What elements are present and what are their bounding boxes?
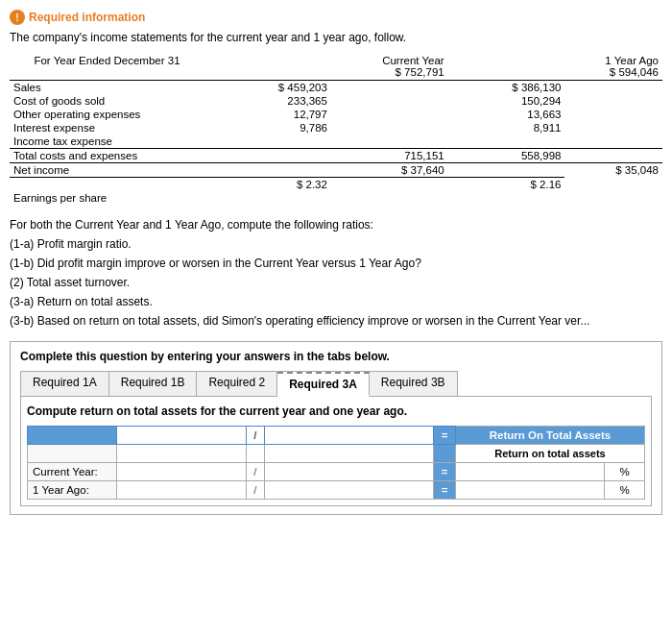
info-icon: ! xyxy=(10,10,25,25)
current-year-denominator[interactable] xyxy=(264,463,433,481)
result-subheader: Return on total assets xyxy=(455,445,644,463)
one-year-ago-pct: % xyxy=(605,481,645,500)
current-year-equals: = xyxy=(434,463,456,481)
blank-subheader xyxy=(28,445,117,463)
one-year-ago-denominator[interactable] xyxy=(264,481,433,500)
questions-section: For both the Current Year and 1 Year Ago… xyxy=(10,216,662,330)
tab-required-1b[interactable]: Required 1B xyxy=(109,372,198,396)
current-year-row: Current Year: / = % xyxy=(28,463,645,481)
one-year-ago-denominator-input[interactable] xyxy=(270,484,428,496)
current-year-numerator[interactable] xyxy=(117,463,247,481)
one-year-ago-numerator[interactable] xyxy=(117,481,247,500)
question-2: (2) Total asset turnover. xyxy=(10,274,662,291)
intro-text: The company's income statements for the … xyxy=(10,31,662,44)
one-year-ago-result[interactable] xyxy=(455,481,605,500)
current-year-numerator-input[interactable] xyxy=(122,466,241,477)
one-year-ago-slash: / xyxy=(247,481,265,500)
one-year-ago-numerator-input[interactable] xyxy=(122,484,241,496)
income-statement-table: For Year Ended December 31 Current Year … xyxy=(10,54,662,205)
tab-required-3b[interactable]: Required 3B xyxy=(370,372,457,396)
table-row: Total costs and expenses 715,151 558,998 xyxy=(10,149,662,163)
current-year-pct: % xyxy=(605,463,645,481)
table-row: Income tax expense xyxy=(10,135,662,149)
current-year-denominator-input[interactable] xyxy=(270,466,428,477)
blank-header xyxy=(28,427,117,445)
numerator-header: Numerator: xyxy=(117,427,247,445)
table-row: Other operating expenses 12,797 13,663 xyxy=(10,108,662,121)
col-cy-header: Current Year $ 752,791 xyxy=(204,54,448,81)
one-year-ago-row: 1 Year Ago: / = % xyxy=(28,481,645,500)
complete-instruction: Complete this question by entering your … xyxy=(20,350,652,363)
col-ya-header: 1 Year Ago $ 594,046 xyxy=(448,54,662,81)
current-year-result[interactable] xyxy=(455,463,605,481)
current-year-result-input[interactable] xyxy=(461,466,600,477)
tab-required-1a[interactable]: Required 1A xyxy=(21,372,109,396)
slash-subheader xyxy=(247,445,265,463)
result-header: Return On Total Assets xyxy=(455,427,644,445)
denominator-header: Denominator: xyxy=(264,427,433,445)
return-on-assets-table: Numerator: / Denominator: = Return On To… xyxy=(27,426,645,500)
table-row: Net income $ 37,640 $ 35,048 xyxy=(10,163,662,178)
question-intro: For both the Current Year and 1 Year Ago… xyxy=(10,216,662,233)
col-label-header: For Year Ended December 31 xyxy=(10,54,204,81)
complete-box: Complete this question by entering your … xyxy=(10,341,662,515)
num-subheader xyxy=(117,445,247,463)
tab-content-area: Compute return on total assets for the c… xyxy=(20,396,652,506)
compute-text: Compute return on total assets for the c… xyxy=(27,404,645,418)
question-3b: (3-b) Based on return on total assets, d… xyxy=(10,312,662,330)
current-year-slash: / xyxy=(247,463,265,481)
table-row: Net income $ 2.32 $ 2.16 xyxy=(10,178,662,192)
table-row: Cost of goods sold 233,365 150,294 xyxy=(10,94,662,108)
required-info-badge: ! Required information xyxy=(10,10,145,25)
question-1a: (1-a) Profit margin ratio. xyxy=(10,235,662,253)
table-row: Earnings per share xyxy=(10,191,662,205)
one-year-ago-label: 1 Year Ago: xyxy=(28,481,117,500)
question-3a: (3-a) Return on total assets. xyxy=(10,293,662,310)
denom-subheader xyxy=(264,445,433,463)
tab-required-2[interactable]: Required 2 xyxy=(197,372,277,396)
table-row: Sales $ 459,203 $ 386,130 xyxy=(10,81,662,95)
tabs-row: Required 1A Required 1B Required 2 Requi… xyxy=(20,371,458,396)
slash-header: / xyxy=(247,427,265,445)
eq-subheader xyxy=(434,445,456,463)
question-1b: (1-b) Did profit margin improve or worse… xyxy=(10,255,662,272)
one-year-ago-equals: = xyxy=(434,481,456,500)
table-row: Interest expense 9,786 8,911 xyxy=(10,121,662,135)
current-year-label: Current Year: xyxy=(28,463,117,481)
equals-header: = xyxy=(434,427,456,445)
one-year-ago-result-input[interactable] xyxy=(461,484,600,496)
required-info-label: Required information xyxy=(29,11,145,24)
tab-required-3a[interactable]: Required 3A xyxy=(277,372,370,397)
